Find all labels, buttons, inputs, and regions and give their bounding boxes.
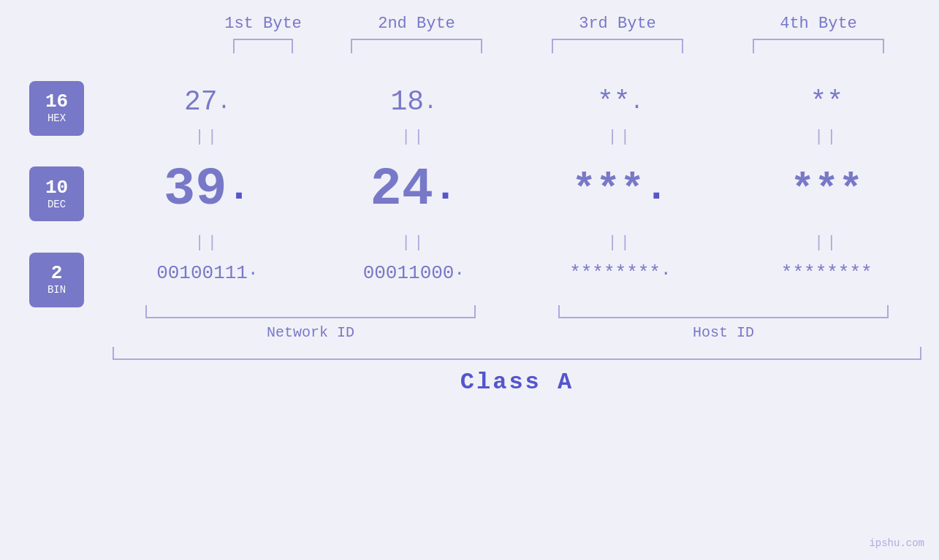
content-area: 16 HEX 10 DEC 2 BIN [9,68,930,305]
hex-dot1: . [218,73,231,120]
bin-badge-label: BIN [47,284,66,296]
eq-row-1: || || || || [104,125,930,149]
eq1-col4: || [723,125,930,149]
eq-row-2: || || || || [104,231,930,255]
dec-badge-num: 10 [45,178,68,197]
ann-content: Network ID Host ID [104,305,930,341]
eq1-sym2: || [401,128,426,146]
hex-dot3: . [631,73,644,120]
eq1-sym1: || [195,128,220,146]
eq2-col3: || [517,231,724,255]
dec-byte3-col: *** . [517,149,724,231]
bin-byte4-col: ******** [723,255,930,302]
eq1-col3: || [517,125,724,149]
bin-byte3-value: ******** [569,255,661,302]
hex-dot2: . [424,73,437,120]
byte3-label-text: 3rd Byte [579,15,656,33]
eq1-sym4: || [814,128,839,146]
main-container: 1st Byte 2nd Byte 3rd Byte 4th Byte 16 H… [0,0,939,560]
hex-byte1-value: 27 [184,68,218,125]
network-id-bracket [145,305,476,318]
eq1-col1: || [104,125,311,149]
byte2-header: 2nd Byte [329,15,504,53]
hex-byte3-value: ** [597,68,631,125]
hex-byte2-value: 18 [390,68,424,125]
dec-byte1-value: 39 [164,149,227,231]
hex-byte1-col: 27 . [104,68,311,125]
badges-column: 16 HEX 10 DEC 2 BIN [9,68,104,305]
dec-badge-label: DEC [47,199,66,210]
watermark-text: ipshu.com [869,537,924,549]
host-id-section: Host ID [517,305,930,341]
bin-byte2-value: 00011000 [363,255,455,302]
byte4-header: 4th Byte [731,15,906,53]
byte1-label-text: 1st Byte [224,15,302,33]
bin-row: 00100111 . 00011000 . ******** . *******… [104,255,930,302]
hex-byte3-col: ** . [517,68,724,125]
bin-dot2: . [454,260,464,298]
byte2-label-text: 2nd Byte [378,15,455,33]
hex-badge: 16 HEX [29,81,84,136]
class-wrapper: Class A [9,347,930,396]
dec-dot3: . [645,165,669,215]
annotations-wrapper: Network ID Host ID [9,305,930,341]
eq2-col1: || [104,231,311,255]
dec-byte4-value: *** [791,156,863,224]
hex-byte4-value: ** [810,68,843,125]
hex-row: 27 . 18 . ** . ** [104,68,930,125]
host-id-label: Host ID [693,324,754,341]
byte3-header: 3rd Byte [530,15,705,53]
bytes-area: 27 . 18 . ** . ** || || || [104,68,930,302]
eq2-col2: || [311,231,517,255]
network-id-label: Network ID [267,324,354,341]
hex-byte2-col: 18 . [311,68,517,125]
dec-dot2: . [433,165,457,215]
dec-badge: 10 DEC [29,166,84,221]
dec-byte3-value: *** [572,156,645,224]
dec-byte2-col: 24 . [311,149,517,231]
eq2-col4: || [723,231,930,255]
bin-dot3: . [661,260,671,298]
bin-byte2-col: 00011000 . [311,255,517,302]
dec-byte4-col: *** [723,149,930,231]
dec-byte2-value: 24 [370,149,433,231]
hex-byte4-col: ** [723,68,930,125]
eq1-col2: || [311,125,517,149]
bin-byte1-col: 00100111 . [104,255,311,302]
bin-byte1-value: 00100111 [156,255,248,302]
dec-row: 39 . 24 . *** . *** [104,149,930,231]
bin-byte3-col: ******** . [517,255,724,302]
ann-left-spacer [9,305,104,341]
byte1-header: 1st Byte [128,15,303,53]
eq2-sym2: || [401,234,426,252]
host-id-bracket [558,305,889,318]
eq2-sym1: || [195,234,220,252]
dec-dot1: . [227,165,251,215]
bin-byte4-value: ******** [781,255,873,302]
bin-dot1: . [248,260,258,298]
class-left-spacer [9,347,104,396]
bin-badge-num: 2 [51,264,63,283]
hex-badge-label: HEX [47,112,66,124]
class-label: Class A [460,369,574,396]
bin-badge: 2 BIN [29,253,84,307]
network-id-section: Network ID [104,305,517,341]
class-section: Class A [104,347,930,396]
eq2-sym3: || [608,234,633,252]
class-bracket [113,347,921,360]
eq2-sym4: || [814,234,839,252]
byte-labels-row: 1st Byte 2nd Byte 3rd Byte 4th Byte [115,15,919,53]
dec-byte1-col: 39 . [104,149,311,231]
byte4-label-text: 4th Byte [780,15,857,33]
eq1-sym3: || [608,128,633,146]
hex-badge-num: 16 [45,92,68,111]
watermark: ipshu.com [869,537,924,549]
